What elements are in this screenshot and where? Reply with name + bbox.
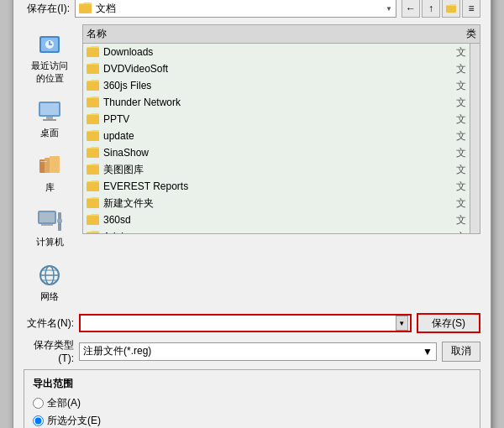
sidebar-item-desktop-label: 桌面 — [40, 127, 59, 139]
filename-row: 文件名(N): ▼ 保存(S) — [24, 313, 480, 333]
radio-row-selected: 所选分支(E) — [33, 414, 471, 428]
file-row-name: PPTV — [87, 113, 446, 125]
main-area: 最近访问的位置 桌面 — [24, 24, 480, 306]
filetype-label: 保存类型(T): — [24, 338, 74, 364]
sidebar-item-computer-label: 计算机 — [36, 236, 64, 248]
folder-icon — [87, 147, 100, 159]
folder-icon — [87, 180, 100, 192]
dialog-window: 导出注册表文件 ─ □ ✕ 保存在(I): 文档 ▼ ← — [13, 0, 491, 428]
file-row[interactable]: 美图图库 文 — [83, 161, 470, 178]
folder-icon — [87, 113, 100, 125]
svg-rect-9 — [46, 117, 53, 119]
sidebar-item-desktop[interactable]: 桌面 — [26, 95, 73, 143]
file-list-header: 名称 类 — [83, 25, 480, 44]
back-button[interactable]: ← — [402, 0, 420, 18]
sidebar-item-recent[interactable]: 最近访问的位置 — [26, 28, 73, 88]
filetype-select[interactable]: 注册文件(*.reg) ▼ — [79, 342, 437, 361]
file-row[interactable]: update 文 — [83, 128, 470, 144]
file-row-name: Downloads — [87, 46, 446, 58]
scrollable-list-container: Downloads 文 DVDVideoSoft 文 360js Files 文 — [83, 44, 480, 233]
svg-rect-26 — [87, 65, 99, 74]
desktop-icon — [36, 98, 63, 125]
file-row[interactable]: EVEREST Reports 文 — [83, 178, 470, 195]
file-row-type: 文 — [446, 196, 466, 211]
radio-all-label: 全部(A) — [47, 396, 81, 410]
svg-rect-2 — [79, 4, 92, 13]
file-row-name: SinaShow — [87, 147, 446, 159]
folder-icon — [87, 214, 100, 226]
filename-input[interactable] — [82, 317, 396, 329]
radio-all[interactable] — [33, 398, 44, 409]
folder-icon — [87, 231, 100, 233]
col-type-header: 类 — [456, 27, 476, 41]
file-row[interactable]: DVDVideoSoft 文 — [83, 60, 470, 77]
sidebar-item-network[interactable]: 网络 — [26, 258, 73, 306]
file-row[interactable]: 360js Files 文 — [83, 77, 470, 94]
file-row-type: 文 — [446, 129, 466, 144]
svg-rect-10 — [43, 119, 56, 121]
sidebar-item-recent-label: 最近访问的位置 — [29, 60, 70, 85]
svg-rect-3 — [446, 5, 456, 13]
scrollbar[interactable] — [470, 44, 480, 233]
sidebar-item-network-label: 网络 — [40, 290, 59, 303]
file-row[interactable]: PPTV 文 — [83, 111, 470, 128]
sidebar-item-computer[interactable]: 计算机 — [26, 204, 73, 252]
svg-rect-19 — [57, 219, 62, 222]
folder-icon — [87, 97, 100, 108]
file-row-name: 360js Files — [87, 80, 446, 91]
save-in-combo[interactable]: 文档 ▼ — [75, 0, 396, 18]
file-row-name: 360sd — [87, 214, 446, 226]
folder-icon — [87, 46, 100, 58]
svg-rect-30 — [87, 132, 99, 141]
filename-input-wrap: ▼ — [79, 314, 412, 332]
file-row[interactable]: 360sd 文 — [83, 211, 470, 228]
file-row-name: Thunder Network — [87, 97, 446, 108]
view-button[interactable]: ≡ — [462, 0, 480, 18]
save-in-label: 保存在(I): — [24, 2, 70, 16]
file-row-type: 文 — [446, 112, 466, 127]
file-row-type: 文 — [446, 213, 466, 227]
filetype-value: 注册文件(*.reg) — [83, 344, 151, 358]
file-row[interactable]: Thunder Network 文 — [83, 94, 470, 111]
radio-selected[interactable] — [33, 415, 44, 426]
dialog-body: 保存在(I): 文档 ▼ ← ↑ — [13, 0, 491, 428]
svg-rect-27 — [87, 81, 99, 91]
svg-rect-14 — [40, 161, 47, 162]
export-range: 导出范围 全部(A) 所选分支(E) HKEY_CURRENT_USER — [24, 369, 480, 428]
file-row[interactable]: 新建文件夹 文 — [83, 195, 470, 211]
file-list[interactable]: Downloads 文 DVDVideoSoft 文 360js Files 文 — [83, 44, 470, 233]
file-row[interactable]: Adobe... 文 — [83, 228, 470, 233]
up-button[interactable]: ↑ — [422, 0, 440, 18]
file-row-name: Adobe... — [87, 231, 446, 233]
radio-row-all: 全部(A) — [33, 396, 471, 410]
folder-icon — [87, 80, 100, 91]
file-row-type: 文 — [446, 180, 466, 194]
svg-rect-8 — [40, 103, 59, 115]
svg-rect-32 — [87, 165, 99, 175]
cancel-button[interactable]: 取消 — [442, 342, 480, 362]
folder-icon — [87, 197, 100, 209]
save-button[interactable]: 保存(S) — [417, 313, 480, 333]
folder-icon — [87, 164, 100, 175]
svg-rect-16 — [39, 212, 55, 222]
svg-rect-35 — [87, 216, 99, 225]
library-icon — [36, 153, 63, 180]
svg-rect-31 — [87, 149, 99, 158]
computer-icon — [36, 207, 63, 234]
recent-icon — [36, 31, 63, 58]
sidebar-item-library[interactable]: 库 — [26, 149, 73, 197]
filename-combo-arrow[interactable]: ▼ — [396, 316, 408, 331]
new-folder-icon — [445, 3, 457, 14]
sidebar-item-library-label: 库 — [45, 181, 55, 194]
folder-icon — [87, 63, 100, 75]
file-row[interactable]: SinaShow 文 — [83, 144, 470, 161]
svg-rect-17 — [41, 224, 53, 226]
file-row[interactable]: Downloads 文 — [83, 44, 470, 60]
network-icon — [36, 262, 63, 289]
svg-rect-13 — [50, 156, 60, 173]
new-folder-button[interactable] — [442, 0, 460, 18]
file-row-type: 文 — [446, 62, 466, 76]
folder-icon — [87, 130, 100, 142]
sidebar: 最近访问的位置 桌面 — [24, 24, 76, 306]
file-row-name: DVDVideoSoft — [87, 63, 446, 75]
